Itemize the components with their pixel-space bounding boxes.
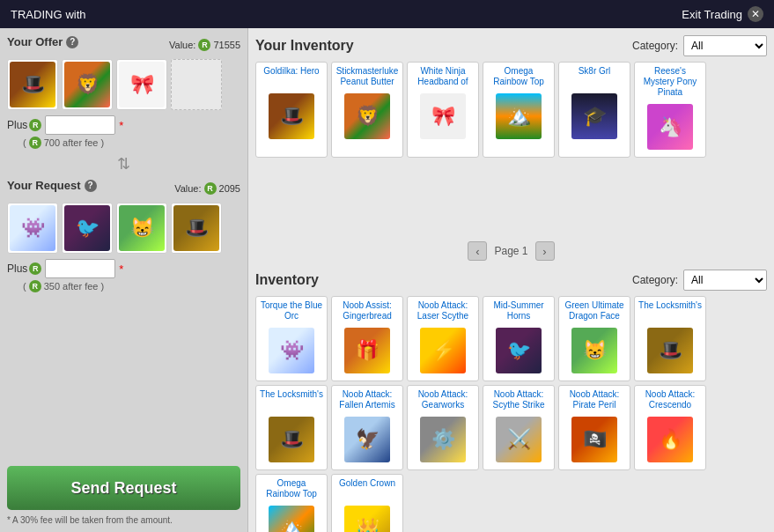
offer-plus-row: Plus R 1000 *	[7, 115, 240, 135]
their-inv-item-11[interactable]: Noob Attack: Crescendo 🔥	[634, 385, 706, 470]
your-inv-item-4[interactable]: Sk8r Grl 🎓	[558, 62, 630, 158]
their-inv-item-name-10: Noob Attack: Pirate Peril	[563, 389, 626, 410]
offer-label: Your Offer ?	[7, 35, 78, 48]
your-inv-item-img-4: 🎓	[568, 90, 621, 143]
their-inv-item-5[interactable]: The Locksmith's 🎩	[634, 296, 706, 381]
their-inv-item-7[interactable]: Noob Attack: Fallen Artemis 🦅	[331, 385, 403, 470]
their-inv-item-1[interactable]: Noob Assist: Gingerbread 🎁	[331, 296, 403, 381]
your-inv-item-name-4: Sk8r Grl	[579, 66, 611, 87]
request-item-visual-2: 🐦	[64, 205, 110, 251]
their-inv-item-2[interactable]: Noob Attack: Laser Scythe ⚡	[407, 296, 479, 381]
their-category-label: Category:	[632, 274, 678, 286]
their-inv-item-name-8: Noob Attack: Gearworks	[411, 389, 475, 410]
request-item-4[interactable]: 🎩	[171, 203, 222, 254]
req-fee-robux-icon: R	[29, 280, 41, 292]
plus-robux-icon: R	[29, 119, 41, 131]
req-plus-robux-icon: R	[29, 262, 41, 275]
request-item-visual-4: 🎩	[173, 205, 219, 251]
exit-trading-button[interactable]: Exit Trading ✕	[682, 6, 763, 22]
your-inv-item-1[interactable]: Stickmasterluke Peanut Butter 🦁	[331, 62, 403, 158]
your-inventory-pagination: ‹ Page 1 ›	[255, 238, 767, 264]
their-inv-item-name-12: Omega Rainbow Top	[260, 478, 323, 499]
your-inv-item-2[interactable]: White Ninja Headband of 🎀	[407, 62, 479, 158]
request-plus-label: Plus R	[7, 262, 41, 275]
offer-item-3[interactable]: 🎀	[116, 59, 167, 110]
request-fee-label: (R 350 after fee)	[23, 280, 240, 292]
robux-icon: R	[198, 39, 210, 51]
their-inv-item-9[interactable]: Noob Attack: Scythe Strike ⚔️	[483, 385, 555, 470]
offer-plus-star: *	[119, 119, 123, 132]
your-inv-item-img-3: 🏔️	[492, 90, 545, 143]
divider-arrows: ⇅	[7, 149, 240, 179]
your-inv-item-name-3: Omega Rainbow Top	[487, 66, 550, 87]
their-inv-item-8[interactable]: Noob Attack: Gearworks ⚙️	[407, 385, 479, 470]
your-inventory-section: Your Inventory Category: All Hats Faces …	[255, 35, 767, 264]
exit-icon: ✕	[748, 6, 763, 22]
your-category-label: Category:	[632, 40, 678, 52]
fee-robux-icon: R	[29, 137, 41, 149]
their-inv-item-13[interactable]: Golden Crown 👑	[331, 474, 403, 532]
your-inv-item-3[interactable]: Omega Rainbow Top 🏔️	[483, 62, 555, 158]
request-value-display: Value: R 2095	[174, 182, 240, 195]
request-plus-input[interactable]: 500	[45, 259, 115, 278]
your-inventory-category-select[interactable]: All Hats Faces Accessories	[683, 35, 767, 56]
their-inv-item-12[interactable]: Omega Rainbow Top 🏔️	[255, 474, 328, 532]
offer-plus-input[interactable]: 1000	[45, 115, 115, 135]
offer-fee-label: (R 700 after fee)	[23, 137, 240, 149]
offer-items-row: 🎩 🦁 🎀	[7, 59, 240, 110]
their-inv-item-6[interactable]: The Locksmith's 🎩	[255, 385, 328, 470]
request-item-visual-3: 😸	[119, 205, 165, 251]
your-inv-prev-button[interactable]: ‹	[468, 241, 487, 261]
offer-help-icon[interactable]: ?	[66, 36, 78, 48]
header-title: TRADING with	[11, 7, 86, 21]
your-inv-item-5[interactable]: Reese's Mystery Pony Pinata 🦄	[634, 62, 706, 158]
their-inventory-category-row: Category: All Hats Faces Accessories	[632, 270, 767, 291]
offer-value-display: Value: R 71555	[169, 39, 240, 51]
their-inv-item-name-5: The Locksmith's	[638, 300, 702, 321]
request-item-visual-1: 👾	[10, 205, 55, 251]
offer-item-visual-1: 🎩	[10, 62, 55, 107]
your-inventory-header: Your Inventory Category: All Hats Faces …	[255, 35, 767, 56]
their-inv-item-name-0: Torque the Blue Orc	[260, 300, 323, 321]
offer-item-placeholder	[171, 59, 222, 110]
their-inv-item-0[interactable]: Torque the Blue Orc 👾	[255, 296, 328, 381]
trading-title: TRADING	[11, 8, 63, 21]
their-inv-item-name-6: The Locksmith's	[260, 389, 323, 410]
offer-item-1[interactable]: 🎩	[7, 59, 58, 110]
their-inv-item-name-2: Noob Attack: Laser Scythe	[411, 300, 475, 321]
your-inv-item-name-0: Goldilka: Hero	[263, 66, 319, 87]
your-inv-item-name-5: Reese's Mystery Pony Pinata	[638, 66, 702, 98]
your-inventory-title: Your Inventory	[255, 38, 354, 54]
your-inv-item-img-0: 🎩	[265, 90, 318, 143]
send-request-button[interactable]: Send Request	[7, 466, 240, 510]
their-inv-item-name-3: Mid-Summer Horns	[487, 300, 550, 321]
request-item-3[interactable]: 😸	[116, 203, 167, 254]
their-inv-item-4[interactable]: Green Ultimate Dragon Face 😸	[558, 296, 630, 381]
request-plus-star: *	[119, 262, 123, 276]
swap-arrows-icon: ⇅	[117, 154, 130, 174]
offer-plus-label: Plus R	[7, 119, 41, 131]
their-inv-item-name-11: Noob Attack: Crescendo	[638, 389, 702, 410]
your-inv-item-0[interactable]: Goldilka: Hero 🎩	[255, 62, 328, 158]
your-inv-item-img-2: 🎀	[416, 90, 469, 143]
main-content: Your Offer ? Value: R 71555 🎩 🦁 🎀	[0, 28, 774, 532]
their-inv-item-name-1: Noob Assist: Gingerbread	[335, 300, 399, 321]
their-inventory-category-select[interactable]: All Hats Faces Accessories	[683, 270, 767, 291]
your-inv-item-img-5: 🦄	[644, 100, 697, 153]
your-inv-next-button[interactable]: ›	[535, 241, 555, 261]
their-inv-item-name-13: Golden Crown	[339, 478, 395, 499]
offer-item-2[interactable]: 🦁	[62, 59, 113, 110]
their-inventory-section: Inventory Category: All Hats Faces Acces…	[255, 270, 767, 525]
request-item-1[interactable]: 👾	[7, 203, 58, 254]
request-help-icon[interactable]: ?	[85, 180, 97, 192]
your-inventory-grid: Goldilka: Hero 🎩 Stickmasterluke Peanut …	[255, 62, 767, 238]
right-panel: Your Inventory Category: All Hats Faces …	[248, 28, 774, 532]
their-inventory-title: Inventory	[255, 272, 319, 288]
request-plus-row: Plus R 500 *	[7, 259, 240, 278]
their-inv-item-10[interactable]: Noob Attack: Pirate Peril 🏴‍☠️	[558, 385, 630, 470]
request-label: Your Request ?	[7, 179, 97, 192]
their-inv-item-3[interactable]: Mid-Summer Horns 🐦	[483, 296, 555, 381]
with-label: with	[65, 8, 85, 21]
their-inv-item-name-4: Green Ultimate Dragon Face	[563, 300, 626, 321]
request-item-2[interactable]: 🐦	[62, 203, 113, 254]
